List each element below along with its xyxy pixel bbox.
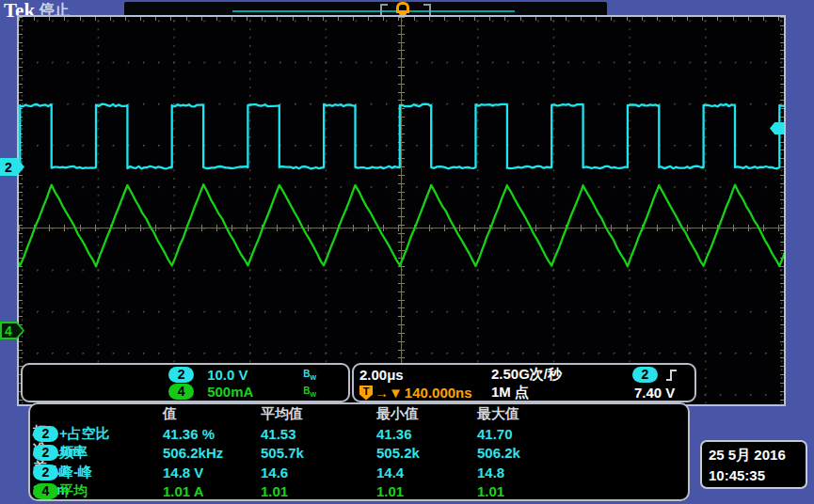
trigger-source-readout[interactable]: 2 [621,367,689,383]
oscilloscope-screen: Tek 停止 T 2 4 2 10.0 V BW 4 500mA BW [0,0,814,504]
trigger-source-badge[interactable]: 2 [632,367,658,383]
trigger-t-icon: T [359,386,373,401]
time-label: 10:45:35 [709,465,806,486]
timebase-readout[interactable]: 2.00μs [359,367,491,383]
measurement-row-mean: 4 平均 1.01 A1.01 1.011.01 2.40m [30,482,688,502]
ch2-square-waveform [19,104,784,169]
ch4-scale: 500mA [207,384,290,400]
measurement-row-frequency: 2 频率 506.2kHz505.7k 505.2k506.2k 687.1 [30,444,688,464]
col-min: 最小值 [376,405,477,423]
trigger-delay-value: 140.000ns [405,385,472,401]
horizontal-trigger-panel: 2.00μs 2.50G次/秒 2 T→▼140.000ns 1M 点 7.40… [352,363,696,402]
measurement-row-peak-peak: 2 峰-峰 14.8 V14.6 14.414.8 281m [30,464,688,483]
col-mean: 平均值 [261,405,376,423]
trigger-delay-arrows: →▼ [375,385,403,401]
sample-rate-readout: 2.50G次/秒 [491,366,621,384]
ch4-readout[interactable]: 4 500mA BW [26,383,316,400]
date-label: 25 5月 2016 [709,445,806,465]
measurement-row-duty: 2 +占空比 41.36 %41.53 41.3641.70 236.8m [30,425,688,445]
record-waveform-line [232,10,515,12]
ch2-scale: 10.0 V [207,367,290,383]
col-max: 最大值 [477,405,688,423]
ch2-readout[interactable]: 2 10.0 V BW [26,366,316,383]
record-length-readout: 1M 点 [491,384,621,402]
ch2-badge[interactable]: 2 [33,426,58,442]
ch2-badge[interactable]: 2 [168,367,194,383]
measurements-panel: 值 平均值 最小值 最大值 标准差 2 +占空比 41.36 %41.53 41… [28,402,690,501]
ch4-badge[interactable]: 4 [33,483,58,499]
ch4-badge[interactable]: 4 [168,384,194,400]
bandwidth-limit-icon: BW [303,369,316,381]
ch2-badge[interactable]: 2 [33,445,58,461]
trigger-level-readout[interactable]: 7.40 V [621,385,689,401]
graticule-area [17,15,786,406]
bandwidth-limit-icon: BW [303,386,316,398]
measurements-header-row: 值 平均值 最小值 最大值 标准差 [30,405,688,425]
rising-edge-icon [665,368,678,383]
ch2-badge[interactable]: 2 [33,465,58,480]
trigger-delay-readout[interactable]: T→▼140.000ns [359,385,491,401]
ch4-triangle-waveform [19,184,784,266]
datetime-box: 25 5月 2016 10:45:35 [700,440,807,489]
col-value: 值 [163,405,261,423]
channel-readout-panel: 2 10.0 V BW 4 500mA BW [21,363,350,402]
